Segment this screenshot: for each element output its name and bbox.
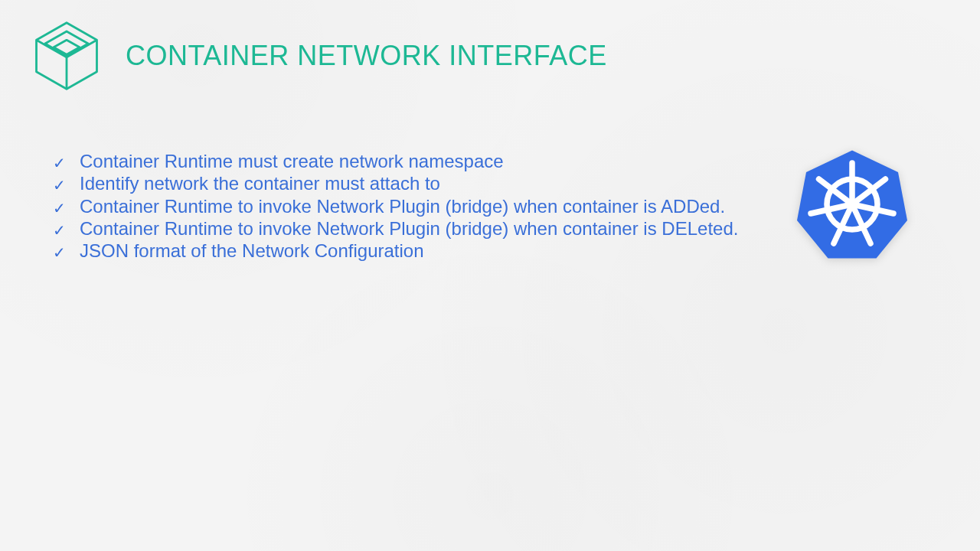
checkmark-icon: ✓ (52, 154, 66, 172)
bullet-text: Container Runtime to invoke Network Plug… (80, 217, 738, 240)
checkmark-icon: ✓ (52, 243, 66, 262)
list-item: ✓ Container Runtime to invoke Network Pl… (52, 195, 804, 217)
bullet-text: JSON format of the Network Configuration (80, 240, 424, 262)
kubernetes-wheel-logo-icon (793, 147, 911, 262)
slide-header: CONTAINER NETWORK INTERFACE (31, 20, 607, 92)
list-item: ✓ Identify network the container must at… (52, 172, 804, 194)
list-item: ✓ JSON format of the Network Configurati… (52, 240, 804, 262)
bullet-list: ✓ Container Runtime must create network … (52, 150, 804, 262)
bullet-text: Container Runtime must create network na… (80, 150, 504, 172)
slide-title: CONTAINER NETWORK INTERFACE (126, 40, 607, 72)
list-item: ✓ Container Runtime to invoke Network Pl… (52, 217, 804, 240)
svg-marker-2 (45, 31, 88, 56)
list-item: ✓ Container Runtime must create network … (52, 150, 804, 172)
checkmark-icon: ✓ (52, 221, 66, 240)
checkmark-icon: ✓ (52, 176, 66, 194)
cni-cube-logo-icon (31, 20, 103, 92)
bullet-text: Identify network the container must atta… (80, 172, 440, 194)
checkmark-icon: ✓ (52, 199, 66, 217)
bullet-text: Container Runtime to invoke Network Plug… (80, 195, 725, 217)
